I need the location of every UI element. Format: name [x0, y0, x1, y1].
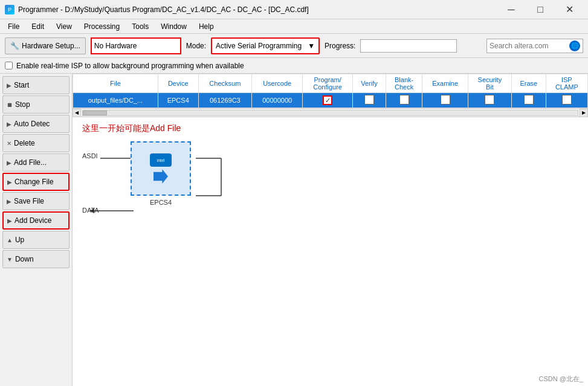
mode-value: Active Serial Programming [216, 42, 302, 50]
checkbox[interactable] [399, 95, 409, 105]
col-security: SecurityBit [468, 74, 512, 93]
scrollbar-thumb[interactable] [83, 111, 107, 115]
mode-dropdown[interactable]: Active Serial Programming ▼ [211, 37, 320, 54]
progress-label: Progress: [325, 42, 355, 50]
add-device-icon: ▶ [7, 217, 12, 224]
col-usercode: Usercode [252, 74, 303, 93]
diagram-canvas: ASDI intel [82, 141, 263, 238]
delete-label: Delete [14, 139, 35, 147]
auto-detect-icon: ▶ [7, 121, 11, 127]
col-verify: Verify [352, 74, 386, 93]
col-examine: Examine [422, 74, 468, 93]
change-file-icon: ▶ [7, 179, 12, 185]
table-row[interactable]: output_files/DC_...EPCS4061269C300000000… [73, 93, 588, 108]
title-controls: ─ □ ✕ [497, 1, 583, 19]
hardware-setup-label: Hardware Setup... [22, 42, 80, 50]
stop-icon: ⏹ [7, 101, 13, 108]
sidebar-btn-up[interactable]: ▲Up [2, 231, 69, 249]
up-icon: ▲ [7, 237, 13, 243]
search-input[interactable] [489, 42, 568, 50]
chevron-down-icon: ▼ [308, 42, 315, 50]
start-label: Start [14, 81, 29, 89]
checkbox[interactable] [562, 95, 572, 105]
chip-label: EPCS4 [131, 199, 191, 206]
checkbox[interactable] [485, 95, 494, 105]
add-file-icon: ▶ [7, 159, 11, 166]
col-erase: Erase [511, 74, 546, 93]
hardware-icon: 🔧 [10, 42, 19, 50]
programming-table: File Device Checksum Usercode Program/Co… [73, 74, 588, 108]
col-file: File [73, 74, 158, 93]
col-isp: ISPCLAMP [546, 74, 587, 93]
add-device-label: Add Device [15, 216, 51, 225]
sidebar-btn-start[interactable]: ▶Start [2, 76, 69, 94]
menu-item-help[interactable]: Help [193, 21, 219, 33]
isp-row: Enable real-time ISP to allow background… [0, 58, 588, 74]
intel-text: intel [157, 158, 165, 162]
diagram-title: 这里一开始可能是Add File [82, 123, 578, 134]
menu-item-file[interactable]: File [2, 21, 25, 33]
scroll-right-button[interactable]: ▶ [580, 109, 588, 117]
chip-play-icon [153, 169, 168, 184]
checkbox[interactable] [441, 95, 450, 105]
sidebar-btn-add-device[interactable]: ▶Add Device [2, 211, 69, 230]
menu-item-tools[interactable]: Tools [126, 21, 154, 33]
auto-detect-label: Auto Detec [14, 120, 50, 128]
sidebar-btn-add-file[interactable]: ▶Add File... [2, 153, 69, 172]
window-title: Programmer - D:/MyStudy/Quartus Program/… [18, 5, 309, 14]
minimize-button[interactable]: ─ [497, 1, 525, 19]
save-file-icon: ▶ [7, 198, 11, 205]
chip-diagram: intel [131, 141, 191, 196]
search-box: 🌐 [486, 39, 583, 53]
down-label: Down [15, 255, 34, 263]
menu-item-view[interactable]: View [51, 21, 77, 33]
table-area: File Device Checksum Usercode Program/Co… [73, 74, 588, 117]
delete-icon: ✕ [7, 140, 11, 147]
stop-label: Stop [15, 100, 30, 109]
hardware-input[interactable] [91, 37, 181, 54]
add-file-label: Add File... [14, 158, 47, 167]
watermark: CSDN @北在_ [538, 375, 583, 384]
isp-checkbox[interactable] [5, 62, 13, 69]
cell: 00000000 [252, 93, 303, 108]
horizontal-scrollbar[interactable]: ◀ ▶ [73, 108, 588, 117]
close-button[interactable]: ✕ [555, 1, 583, 19]
sidebar: ▶Start⏹Stop▶Auto Detec✕Delete▶Add File..… [0, 74, 73, 386]
scrollbar-track[interactable] [82, 110, 578, 116]
menu-bar: FileEditViewProcessingToolsWindowHelp [0, 19, 588, 34]
checkbox[interactable]: ✓ [323, 95, 332, 105]
col-checksum: Checksum [198, 74, 251, 93]
sidebar-btn-delete[interactable]: ✕Delete [2, 134, 69, 152]
cell: output_files/DC_... [73, 93, 158, 108]
maximize-button[interactable]: □ [526, 1, 554, 19]
main-content: ▶Start⏹Stop▶Auto Detec✕Delete▶Add File..… [0, 74, 588, 386]
progress-bar [360, 39, 457, 53]
change-file-label: Change File [15, 178, 54, 186]
hardware-setup-button[interactable]: 🔧 Hardware Setup... [5, 37, 86, 54]
menu-item-processing[interactable]: Processing [79, 21, 125, 33]
up-label: Up [15, 236, 24, 244]
right-panel: File Device Checksum Usercode Program/Co… [73, 74, 588, 386]
sidebar-btn-down[interactable]: ▼Down [2, 250, 69, 268]
sidebar-btn-change-file[interactable]: ▶Change File [2, 173, 69, 191]
scroll-left-button[interactable]: ◀ [73, 109, 81, 117]
menu-item-edit[interactable]: Edit [26, 21, 50, 33]
sidebar-btn-stop[interactable]: ⏹Stop [2, 95, 69, 114]
isp-label: Enable real-time ISP to allow background… [16, 62, 244, 70]
title-bar-left: P Programmer - D:/MyStudy/Quartus Progra… [5, 5, 309, 14]
sidebar-btn-save-file[interactable]: ▶Save File [2, 192, 69, 210]
start-icon: ▶ [7, 82, 11, 89]
diagram-area: 这里一开始可能是Add File ASDI [73, 117, 588, 386]
sidebar-btn-auto-detect[interactable]: ▶Auto Detec [2, 115, 69, 133]
cell: 061269C3 [198, 93, 251, 108]
checkbox[interactable] [364, 95, 374, 105]
col-blank: Blank-Check [386, 74, 422, 93]
app-icon: P [5, 5, 15, 14]
col-device: Device [158, 74, 198, 93]
checkbox[interactable] [524, 95, 534, 105]
title-bar: P Programmer - D:/MyStudy/Quartus Progra… [0, 0, 588, 19]
menu-item-window[interactable]: Window [155, 21, 192, 33]
data-label: DATA [82, 207, 99, 214]
mode-label: Mode: [186, 42, 206, 50]
down-icon: ▼ [7, 256, 13, 263]
